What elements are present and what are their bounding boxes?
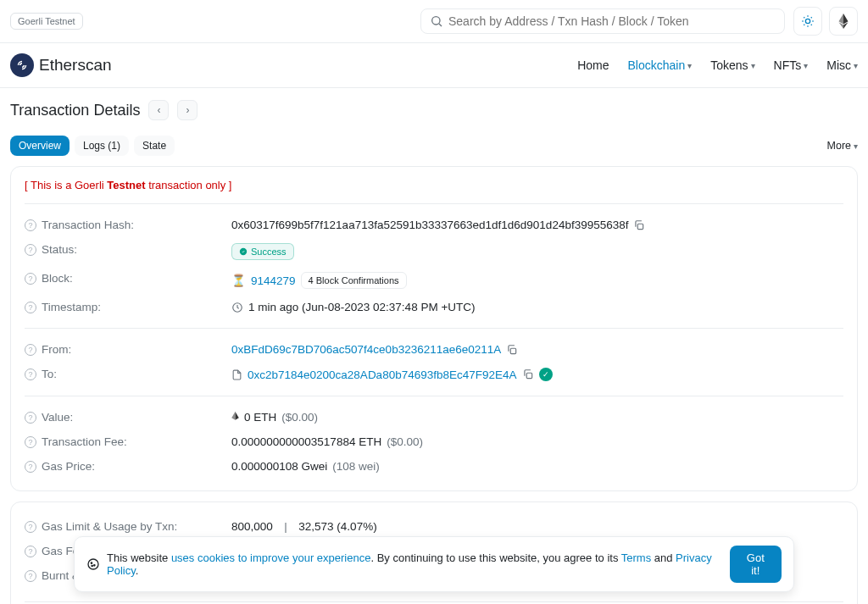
search-box[interactable] (420, 8, 785, 34)
to-address-link[interactable]: 0xc2b7184e0200ca28ADa80b74693fb8Ec47F92E… (248, 368, 517, 381)
value-txn-fee-usd: ($0.00) (387, 435, 423, 448)
help-icon[interactable]: ? (25, 412, 36, 424)
confirmations-badge: 4 Block Confirmations (301, 272, 407, 289)
chevron-down-icon: ▾ (804, 61, 808, 70)
cookie-text: This website uses cookies to improve you… (107, 551, 723, 577)
brand-logo[interactable]: Etherscan (10, 53, 112, 77)
value-gas-limit: 800,000 (231, 520, 273, 533)
page-title: Transaction Details (10, 102, 140, 119)
terms-link[interactable]: Terms (621, 551, 651, 564)
label-block: Block: (42, 272, 73, 285)
tab-logs[interactable]: Logs (1) (75, 136, 129, 156)
label-value: Value: (42, 411, 73, 424)
txn-details-card: [ This is a Goerli Testnet transaction o… (10, 166, 858, 491)
cookie-accept-button[interactable]: Got it! (730, 546, 782, 583)
label-gas-price: Gas Price: (42, 460, 95, 473)
from-address-link[interactable]: 0xBFdD69c7BD706ac507f4ce0b3236211ae6e021… (231, 343, 501, 356)
cookie-link[interactable]: uses cookies to improve your experience (171, 551, 371, 564)
clock-icon (231, 302, 243, 313)
svg-point-17 (91, 562, 92, 563)
value-txn-fee: 0.000000000003517884 ETH (231, 435, 381, 448)
label-to: To: (42, 368, 57, 380)
search-input[interactable] (448, 14, 776, 28)
nav-blockchain[interactable]: Blockchain▾ (627, 58, 692, 72)
status-badge: Success (231, 243, 294, 260)
help-icon[interactable]: ? (25, 244, 36, 256)
svg-line-1 (439, 24, 442, 26)
tab-overview[interactable]: Overview (10, 136, 70, 156)
value-gas-price: 0.000000108 Gwei (231, 460, 327, 473)
logo-icon (10, 53, 34, 77)
svg-point-16 (88, 559, 98, 569)
help-icon[interactable]: ? (25, 436, 36, 448)
nav-misc[interactable]: Misc▾ (826, 58, 858, 72)
cookie-icon (86, 557, 100, 571)
svg-point-0 (432, 17, 440, 25)
help-icon[interactable]: ? (25, 368, 36, 380)
label-from: From: (42, 343, 71, 356)
help-icon[interactable]: ? (25, 273, 36, 285)
svg-line-5 (804, 17, 804, 18)
svg-point-19 (92, 565, 92, 566)
nav-tokens[interactable]: Tokens▾ (710, 58, 754, 72)
value-gas-used: 32,573 (4.07%) (298, 520, 376, 533)
search-icon (430, 14, 443, 28)
document-icon (231, 369, 242, 380)
brand-name: Etherscan (39, 56, 112, 75)
nav-nfts[interactable]: NFTs▾ (774, 58, 809, 72)
timer-icon: ⏳ (231, 274, 246, 287)
label-gas-limit: Gas Limit & Usage by Txn: (42, 520, 177, 533)
help-icon[interactable]: ? (25, 546, 36, 557)
prev-txn-button[interactable]: ‹ (148, 100, 169, 120)
testnet-notice: [ This is a Goerli Testnet transaction o… (25, 179, 843, 191)
verified-icon: ✓ (539, 368, 553, 381)
nav-home[interactable]: Home (577, 58, 609, 72)
chevron-down-icon: ▾ (687, 61, 692, 70)
chevron-down-icon: ▾ (751, 61, 755, 70)
help-icon[interactable]: ? (25, 219, 36, 231)
tab-state[interactable]: State (134, 136, 175, 156)
network-badge[interactable]: Goerli Testnet (10, 13, 83, 30)
svg-point-2 (805, 19, 810, 23)
block-link[interactable]: 9144279 (251, 274, 296, 287)
label-txn-hash: Transaction Hash: (42, 219, 134, 231)
chevron-down-icon: ▾ (854, 61, 858, 70)
svg-line-6 (811, 25, 812, 25)
value-usd: ($0.00) (281, 411, 318, 424)
value-amount: 0 ETH (244, 411, 276, 424)
chevron-down-icon: ▾ (854, 141, 858, 151)
help-icon[interactable]: ? (25, 521, 36, 533)
eth-icon (231, 412, 239, 424)
help-icon[interactable]: ? (25, 344, 36, 356)
help-icon[interactable]: ? (25, 461, 36, 473)
label-txn-fee: Transaction Fee: (42, 435, 127, 448)
more-dropdown[interactable]: More▾ (827, 140, 858, 152)
copy-icon[interactable] (506, 344, 518, 356)
svg-rect-14 (511, 348, 516, 353)
help-icon[interactable]: ? (25, 570, 36, 582)
label-timestamp: Timestamp: (42, 301, 101, 313)
help-icon[interactable]: ? (25, 302, 36, 313)
value-timestamp: 1 min ago (Jun-08-2023 02:37:48 PM +UTC) (248, 301, 476, 313)
label-status: Status: (42, 243, 77, 256)
theme-toggle[interactable] (793, 7, 822, 36)
svg-line-10 (811, 17, 812, 18)
svg-line-9 (804, 25, 804, 25)
copy-icon[interactable] (633, 219, 645, 231)
eth-icon-button[interactable] (829, 7, 858, 36)
cookie-banner: This website uses cookies to improve you… (74, 536, 794, 592)
value-txn-hash: 0x60317f699b5f7f121aa713fa52591b33337663… (231, 219, 628, 231)
svg-rect-11 (638, 224, 643, 229)
svg-rect-15 (526, 373, 531, 378)
value-gas-price-wei: (108 wei) (332, 460, 380, 473)
copy-icon[interactable] (522, 368, 534, 380)
next-txn-button[interactable]: › (177, 100, 198, 120)
svg-point-18 (94, 565, 95, 566)
